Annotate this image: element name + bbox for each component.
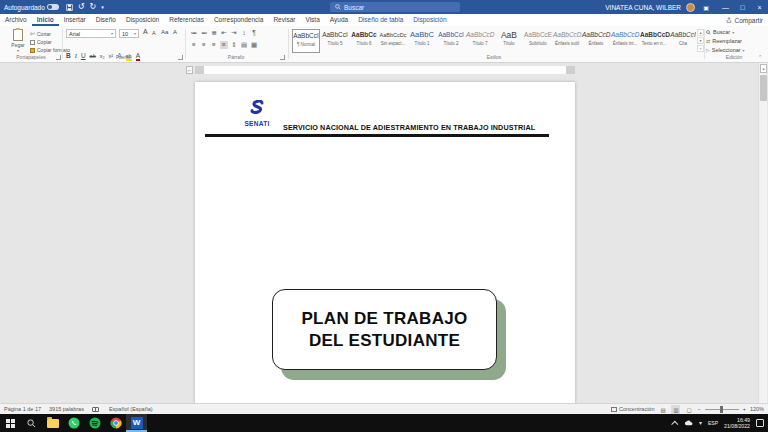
- gallery-up-icon[interactable]: ▴: [697, 29, 704, 36]
- paste-button[interactable]: Pegar ▾: [8, 29, 28, 53]
- network-icon[interactable]: ▾: [699, 419, 702, 427]
- scrollbar-thumb[interactable]: [760, 75, 767, 101]
- close-button[interactable]: ×: [751, 0, 768, 14]
- tab-stop-selector[interactable]: ⌐: [186, 66, 193, 74]
- horizontal-ruler[interactable]: [195, 66, 575, 74]
- scroll-top-button[interactable]: ▴: [760, 64, 767, 73]
- find-button[interactable]: Buscar▾: [706, 29, 734, 35]
- increase-indent-icon[interactable]: ⇥: [230, 29, 238, 37]
- read-mode-button[interactable]: ▤: [658, 405, 667, 414]
- styles-gallery-scroll[interactable]: ▴▾▿: [697, 29, 704, 52]
- file-explorer-button[interactable]: [42, 414, 63, 432]
- line-spacing-icon[interactable]: ⇕: [230, 41, 238, 49]
- action-center-icon[interactable]: [756, 419, 764, 427]
- vertical-scrollbar[interactable]: ▴: [758, 63, 767, 403]
- web-layout-button[interactable]: ▢: [684, 405, 693, 414]
- proofing-status[interactable]: [92, 406, 101, 412]
- undo-icon[interactable]: ↺: [78, 0, 85, 14]
- style-sin-espaciado[interactable]: AaBbCcDcSin espaci...: [379, 29, 407, 53]
- whatsapp-button[interactable]: [63, 414, 84, 432]
- align-left-icon[interactable]: ≡: [190, 41, 198, 49]
- tab-vista[interactable]: Vista: [300, 14, 324, 26]
- taskbar-search-button[interactable]: [21, 414, 42, 432]
- decrease-indent-icon[interactable]: ⇤: [220, 29, 228, 37]
- borders-icon[interactable]: ▦: [250, 41, 258, 49]
- style-titulo[interactable]: AaBTítulo: [495, 29, 523, 53]
- clear-format-button[interactable]: A: [173, 29, 177, 35]
- align-right-icon[interactable]: ≡: [210, 41, 218, 49]
- pilcrow-icon[interactable]: ¶: [250, 29, 258, 37]
- style-titulo2[interactable]: AaBbCcITítulo 2: [437, 29, 465, 53]
- gallery-down-icon[interactable]: ▾: [697, 37, 704, 44]
- change-case-button[interactable]: Aa: [161, 29, 168, 35]
- tab-ayuda[interactable]: Ayuda: [325, 14, 353, 26]
- zoom-slider-thumb[interactable]: [720, 406, 723, 413]
- print-layout-button[interactable]: ▥: [671, 405, 680, 414]
- font-family-combo[interactable]: Arial▾: [66, 29, 116, 38]
- share-button[interactable]: Compartir: [726, 17, 763, 24]
- language-indicator[interactable]: Español (España): [109, 406, 153, 412]
- collapse-ribbon-icon[interactable]: ⌃: [758, 54, 764, 60]
- search-box[interactable]: Buscar: [330, 2, 460, 12]
- restore-button[interactable]: □: [734, 0, 751, 14]
- zoom-in-button[interactable]: +: [743, 406, 746, 412]
- hidden-icons-chevron[interactable]: [671, 420, 678, 427]
- style-subtitulo[interactable]: AaBbCcESubtítulo: [524, 29, 552, 53]
- avatar[interactable]: [686, 3, 695, 12]
- copy-button[interactable]: Copiar: [30, 39, 52, 45]
- clipboard-dialog-launcher[interactable]: [56, 55, 61, 60]
- minimize-button[interactable]: —: [717, 0, 734, 14]
- redo-icon[interactable]: ↻: [90, 0, 97, 14]
- clock[interactable]: 16:49 21/08/2022: [724, 417, 750, 429]
- focus-mode-button[interactable]: Concentración: [611, 406, 654, 412]
- word-taskbar-button[interactable]: W: [126, 414, 147, 432]
- ribbon-options-icon[interactable]: ▣: [700, 0, 712, 14]
- tab-archivo[interactable]: Archivo: [0, 14, 32, 26]
- style-titulo7[interactable]: AaBbCcDTítulo 7: [466, 29, 494, 53]
- tab-revisar[interactable]: Revisar: [268, 14, 300, 26]
- align-center-icon[interactable]: ≡: [200, 41, 208, 49]
- font-dialog-launcher[interactable]: [178, 55, 183, 60]
- qat-dropdown-icon[interactable]: ▾: [101, 0, 104, 14]
- page-indicator[interactable]: Página 1 de 17: [4, 406, 41, 412]
- tab-referencias[interactable]: Referencias: [164, 14, 209, 26]
- gallery-more-icon[interactable]: ▿: [697, 45, 704, 52]
- style-titulo5[interactable]: AaBbCcITítulo 5: [321, 29, 349, 53]
- zoom-slider[interactable]: [705, 409, 739, 410]
- autosave-toggle[interactable]: [47, 4, 59, 10]
- grow-font-button[interactable]: A: [143, 28, 148, 35]
- style-enfasis-intenso[interactable]: AaBbCcDÉnfasis int...: [611, 29, 639, 53]
- tab-insertar[interactable]: Insertar: [59, 14, 91, 26]
- spotify-button[interactable]: [84, 414, 105, 432]
- tab-disposicion[interactable]: Disposición: [121, 14, 164, 26]
- word-count[interactable]: 3915 palabras: [49, 406, 84, 412]
- paste-dropdown-icon[interactable]: ▾: [8, 48, 28, 53]
- style-enfasis[interactable]: AaBbCcDÉnfasis: [582, 29, 610, 53]
- tab-diseno[interactable]: Diseño: [91, 14, 121, 26]
- multilevel-list-icon[interactable]: ≣: [210, 29, 218, 37]
- style-texto-en-negrita[interactable]: AaBbCcDTexto en n...: [640, 29, 668, 53]
- zoom-out-button[interactable]: −: [697, 406, 700, 412]
- select-button[interactable]: ▷ Seleccionar▾: [706, 47, 745, 53]
- bullet-list-icon[interactable]: ≔: [190, 29, 198, 37]
- style-enfasis-sutil[interactable]: AaBbCcDÉnfasis sutil: [553, 29, 581, 53]
- autosave-control[interactable]: Autoguardado: [4, 4, 59, 11]
- cut-button[interactable]: ✄Cortar: [30, 31, 51, 37]
- style-titulo6[interactable]: AaBbCcTítulo 6: [350, 29, 378, 53]
- document-page[interactable]: SENATI SERVICIO NACIONAL DE ADIESTRAMIEN…: [195, 82, 575, 403]
- shrink-font-button[interactable]: A: [152, 30, 156, 36]
- format-painter-button[interactable]: Copiar formato: [30, 47, 70, 53]
- tab-diseno-de-tabla[interactable]: Diseño de tabla: [353, 14, 408, 26]
- start-button[interactable]: [0, 414, 21, 432]
- paragraph-dialog-launcher[interactable]: [280, 55, 285, 60]
- style-cita[interactable]: AaBbCcICita: [669, 29, 697, 53]
- font-size-combo[interactable]: 10▾: [119, 29, 139, 38]
- onedrive-cloud-icon[interactable]: [684, 420, 693, 426]
- cover-title-box[interactable]: PLAN DE TRABAJO DEL ESTUDIANTE: [272, 289, 497, 370]
- numbered-list-icon[interactable]: ≕: [200, 29, 208, 37]
- zoom-level[interactable]: 120%: [750, 406, 764, 412]
- style-titulo1[interactable]: AaBbCTítulo 1: [408, 29, 436, 53]
- user-name[interactable]: VINATEA CUNA, WILBER: [605, 4, 681, 11]
- chrome-button[interactable]: [105, 414, 126, 432]
- tab-correspondencia[interactable]: Correspondencia: [209, 14, 269, 26]
